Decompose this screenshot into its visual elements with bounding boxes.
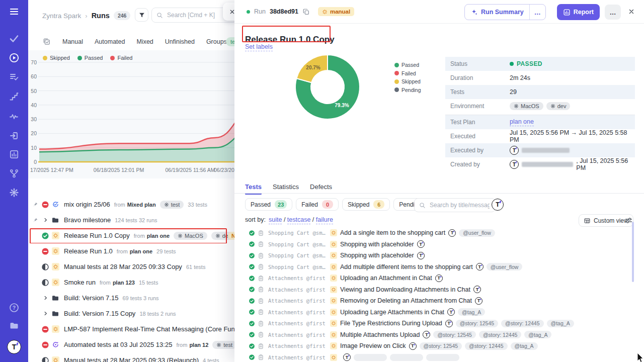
test-title[interactable]: Multiple Attachments Upload (340, 331, 420, 338)
status-slot (41, 201, 49, 209)
sidebar-branch-icon[interactable] (9, 168, 19, 178)
run-name[interactable]: Manual tests at 28 Mar 2025 09:33 (Relau… (64, 356, 199, 362)
copy-icon[interactable] (302, 8, 310, 16)
runs-tag-badge[interactable]: test (226, 37, 234, 46)
test-row[interactable]: Shopping Cart @sm…Add multiple different… (234, 261, 644, 273)
filter-button[interactable] (135, 8, 148, 22)
run-name[interactable]: LMP-587 Implement Real-Time Chat Messagi… (64, 325, 234, 333)
tab-manual[interactable]: Manual (62, 38, 83, 45)
test-row[interactable]: Shopping Cart @sm…Shopping with placehol… (234, 250, 644, 261)
run-row[interactable]: Smoke runfromplan 12315 tests (28, 275, 234, 290)
run-row[interactable]: Release Run 1.0fromplan one29 tests (28, 243, 234, 259)
set-labels-link[interactable]: Set labels (245, 43, 273, 51)
tests-search-input[interactable] (429, 201, 491, 209)
test-row[interactable]: Attachments @firstUploading Large Attach… (234, 307, 644, 318)
sidebar-bar-chart-icon[interactable] (9, 149, 19, 159)
run-row-group[interactable]: Build: Version 7.1569 tests 3 runs (28, 290, 234, 306)
sidebar-help-icon[interactable]: ? (9, 303, 19, 313)
filter-passed[interactable]: Passed23 (245, 198, 292, 211)
run-name[interactable]: Smoke run (64, 279, 96, 286)
chevron-right-icon[interactable] (43, 217, 48, 223)
report-button[interactable]: Report (557, 4, 600, 20)
run-name[interactable]: mix origin 25/06 (64, 201, 110, 208)
test-title[interactable]: Uploading Large Attachments in Chat (340, 309, 444, 316)
run-row[interactable]: Automated tests at 03 Jul 2025 13:25from… (28, 337, 234, 352)
sort-by-suite[interactable]: suite (269, 216, 282, 224)
run-name[interactable]: Manual tests at 28 Mar 2025 09:33 Copy (64, 263, 182, 270)
sidebar-folder-icon[interactable] (9, 321, 19, 331)
run-row[interactable]: Manual tests at 28 Mar 2025 09:33 (Relau… (28, 352, 234, 362)
plan-name[interactable]: Mixed plan (127, 202, 156, 208)
test-row[interactable]: Attachments @firstRemoving or Deleting a… (234, 295, 644, 307)
test-title[interactable]: File Type Restrictions During Upload (340, 320, 442, 327)
test-row[interactable]: Attachments @firstImage Preview on Click… (234, 340, 644, 352)
filter-failed[interactable]: Failed0 (296, 198, 339, 211)
run-row[interactable]: mix origin 25/06fromMixed plantest33 tes… (28, 197, 234, 212)
test-title[interactable]: Removing or Deleting an Attachment from … (340, 297, 472, 304)
test-title[interactable]: Viewing and Downloading Attachments in C… (340, 286, 470, 293)
sidebar-list-check-icon[interactable] (9, 72, 19, 82)
breadcrumb-project[interactable]: Zyntra Spark (42, 12, 81, 20)
tab-mixed[interactable]: Mixed (136, 38, 153, 45)
tab-defects[interactable]: Defects (310, 183, 332, 191)
test-row[interactable]: Attachments @firstMultiple Attachments U… (234, 329, 644, 341)
tab-statistics[interactable]: Statistics (273, 183, 299, 191)
run-name[interactable]: Release Run 1.0 Copy (64, 232, 130, 239)
test-title[interactable]: Shopping with placeholder (340, 241, 414, 248)
run-summary-button[interactable]: Run Summary … (464, 4, 546, 20)
tab-automated[interactable]: Automated (95, 38, 125, 45)
run-row[interactable]: LMP-587 Implement Real-Time Chat Messagi… (28, 321, 234, 337)
test-title[interactable]: Image Preview on Click (340, 342, 406, 349)
filter-skipped[interactable]: Skipped6 (342, 198, 390, 211)
chevron-right-icon[interactable] (43, 295, 48, 301)
plan-name[interactable]: plan one (130, 248, 152, 254)
sidebar-check-icon[interactable] (9, 34, 19, 44)
tests-scrollbar[interactable] (632, 222, 634, 282)
sort-by-testcase[interactable]: testcase (287, 216, 311, 224)
select-all-icon[interactable] (43, 38, 51, 46)
test-row[interactable]: Attachments @firstT (234, 352, 644, 362)
test-title[interactable]: Uploading an Attachment in Chat (340, 275, 432, 282)
more-actions-button[interactable]: … (605, 5, 621, 20)
sidebar-settings-icon[interactable] (9, 188, 19, 198)
sidebar-play-circle-icon[interactable] (9, 53, 19, 63)
run-name[interactable]: Release Run 1.0 (64, 247, 113, 255)
test-row[interactable]: Attachments @firstUploading an Attachmen… (234, 273, 644, 284)
sidebar-sign-in-icon[interactable] (9, 131, 19, 141)
chevron-right-icon[interactable] (43, 311, 48, 316)
run-row[interactable]: Manual tests at 28 Mar 2025 09:33 Copy61… (28, 259, 234, 275)
tests-search[interactable] (414, 198, 496, 212)
test-row[interactable]: Shopping Cart @sm…Add a single item to t… (234, 227, 644, 239)
runs-search-input[interactable] (166, 11, 232, 19)
run-name[interactable]: Build: Version 7.15 (64, 294, 118, 302)
run-name[interactable]: Build: Version 7.15 Copy (64, 310, 135, 317)
tab-tests[interactable]: Tests (245, 183, 262, 191)
run-name[interactable]: Automated tests at 03 Jul 2025 13:25 (64, 341, 172, 348)
detail-close-button[interactable] (627, 7, 636, 18)
sidebar-steps-icon[interactable] (9, 92, 19, 102)
test-title[interactable]: Shopping with placeholder (340, 252, 414, 259)
test-title[interactable]: Add multiple different items to the shop… (340, 263, 473, 270)
test-plan-link[interactable]: plan one (510, 118, 534, 126)
run-summary-more-button[interactable]: … (530, 9, 545, 16)
plan-name[interactable]: plan 12 (189, 342, 208, 348)
assignee-avatar[interactable]: T (492, 199, 504, 211)
run-name[interactable]: Bravo milestone (64, 216, 111, 224)
runs-search[interactable] (151, 8, 234, 23)
sort-by-failure[interactable]: failure (316, 216, 333, 224)
test-row[interactable]: Attachments @firstFile Type Restrictions… (234, 318, 644, 329)
test-row[interactable]: Attachments @firstViewing and Downloadin… (234, 284, 644, 296)
run-row[interactable]: Release Run 1.0 Copyfromplan oneMacOSdev… (28, 228, 234, 243)
sidebar-activity-icon[interactable] (9, 112, 19, 122)
menu-icon[interactable] (9, 7, 19, 17)
test-title[interactable]: Add a single item to the shopping cart (340, 229, 445, 236)
run-row-group[interactable]: Build: Version 7.15 Copy18 tests 2 runs (28, 306, 234, 321)
tab-unfinished[interactable]: Unfinished (165, 38, 195, 45)
run-row-group[interactable]: Bravo milestone124 tests 32 runs (28, 212, 234, 228)
tab-groups[interactable]: Groups (206, 38, 227, 45)
plan-name[interactable]: plan one (147, 233, 170, 239)
sidebar-avatar[interactable]: T (7, 340, 21, 354)
panel-close-button[interactable] (223, 3, 234, 21)
plan-name[interactable]: plan 123 (113, 280, 135, 286)
test-row[interactable]: Shopping Cart @sm…Shopping with placehol… (234, 239, 644, 250)
